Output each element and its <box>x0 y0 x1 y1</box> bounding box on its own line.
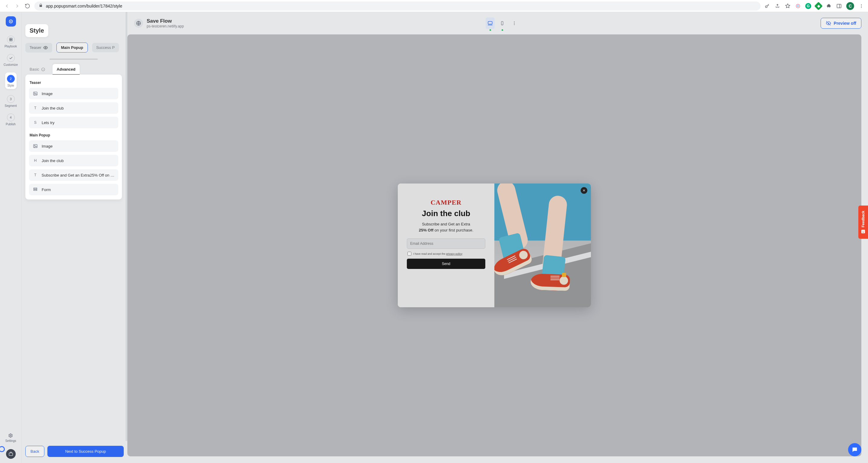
text-icon: T <box>33 105 38 111</box>
svg-rect-25 <box>501 22 503 25</box>
page-title: Save Flow <box>147 18 184 24</box>
consent-checkbox[interactable] <box>407 252 411 256</box>
ext-grammarly-icon[interactable]: G <box>805 3 811 9</box>
status-dot <box>490 29 491 31</box>
nav-rail: Playbook Customize 2 Style 3 Segment 4 P… <box>0 12 22 463</box>
intercom-button[interactable] <box>848 443 861 456</box>
consent-row[interactable]: I have read and accept the privacy polic… <box>407 252 462 256</box>
eye-icon <box>43 45 48 50</box>
feedback-tab[interactable]: Feedback <box>858 206 868 239</box>
main-area: Save Flow ps-testceren.netlify.app <box>127 12 868 463</box>
email-input[interactable] <box>407 239 485 249</box>
element-row[interactable]: T Join the club <box>29 102 118 114</box>
style-panel: Style Teaser Main Popup Success P Basic … <box>22 12 127 463</box>
browser-chrome: app.popupsmart.com/builder/17842/style G… <box>0 0 868 12</box>
svg-rect-29 <box>861 230 865 233</box>
tab-scroll-indicator <box>50 59 98 60</box>
rail-step-customize[interactable]: Customize <box>2 52 20 69</box>
key-icon[interactable] <box>764 3 770 9</box>
preview-toggle-button[interactable]: Preview off <box>820 18 861 29</box>
close-button[interactable] <box>581 187 587 194</box>
profile-avatar[interactable]: C <box>846 2 854 10</box>
rail-step-style[interactable]: 2 Style <box>2 70 20 91</box>
share-icon[interactable] <box>774 3 780 9</box>
chrome-actions: G ◆ C <box>764 2 864 10</box>
url-text: app.popupsmart.com/builder/17842/style <box>46 4 122 8</box>
star-icon[interactable] <box>785 3 791 9</box>
element-row[interactable]: Image <box>29 88 118 99</box>
svg-point-2 <box>797 5 799 7</box>
svg-rect-11 <box>9 40 10 41</box>
subtab-advanced[interactable]: Advanced <box>53 64 80 74</box>
eye-off-icon <box>826 21 831 26</box>
svg-rect-21 <box>34 188 37 189</box>
svg-point-20 <box>34 145 35 146</box>
heading-icon: H <box>33 158 38 163</box>
device-desktop-button[interactable] <box>486 18 495 29</box>
kebab-icon[interactable] <box>858 3 864 9</box>
svg-point-27 <box>514 23 515 24</box>
element-row[interactable]: H Join the club <box>29 155 118 166</box>
group-title: Main Popup <box>30 133 118 137</box>
ext-diamond-icon[interactable]: ◆ <box>814 1 823 10</box>
sub-tabs: Basic Advanced <box>25 64 122 74</box>
elements-card: Teaser Image T Join the club S Lets try … <box>25 74 122 199</box>
rail-label: Playbook <box>4 45 17 48</box>
svg-point-30 <box>862 231 863 232</box>
sidepanel-icon[interactable] <box>836 3 842 9</box>
svg-point-13 <box>10 435 11 436</box>
popup-subtext: Subscribe and Get an Extra 25% Off on yo… <box>419 221 473 233</box>
svg-rect-9 <box>9 38 10 39</box>
text-icon: S <box>33 120 38 125</box>
tab-teaser[interactable]: Teaser <box>25 43 52 53</box>
ext-circle-icon[interactable] <box>795 3 801 9</box>
rail-label: Publish <box>6 123 16 126</box>
rail-label: Segment <box>4 104 17 107</box>
page-domain: ps-testceren.netlify.app <box>147 24 184 28</box>
back-nav-icon[interactable] <box>4 3 10 9</box>
image-icon <box>33 143 38 149</box>
rail-settings[interactable]: Settings <box>5 430 16 448</box>
svg-point-15 <box>45 47 46 48</box>
text-icon: T <box>33 172 38 178</box>
gear-icon <box>8 433 13 438</box>
svg-point-6 <box>861 7 862 7</box>
reload-icon[interactable] <box>24 3 31 9</box>
rail-step-publish[interactable]: 4 Publish <box>2 111 20 128</box>
briefcase-button[interactable] <box>6 449 16 459</box>
element-row[interactable]: T Subscribe and Get an Extra25% Off on y… <box>29 169 118 181</box>
svg-point-26 <box>514 22 515 22</box>
image-icon <box>33 91 38 96</box>
next-button[interactable]: Next to Success Popup <box>48 446 124 457</box>
rail-step-segment[interactable]: 3 Segment <box>2 93 20 110</box>
svg-rect-12 <box>11 40 12 41</box>
smiley-icon <box>861 229 866 234</box>
send-button[interactable]: Send <box>407 259 485 269</box>
svg-rect-10 <box>11 38 12 39</box>
svg-rect-22 <box>34 189 37 190</box>
address-bar[interactable]: app.popupsmart.com/builder/17842/style <box>34 1 761 10</box>
privacy-link[interactable]: privacy policy <box>446 252 462 255</box>
more-devices-button[interactable] <box>510 18 519 29</box>
svg-point-18 <box>34 93 35 94</box>
element-row[interactable]: Image <box>29 140 118 152</box>
rail-step-playbook[interactable]: Playbook <box>2 33 20 51</box>
lock-icon <box>39 3 43 8</box>
svg-rect-14 <box>9 453 13 456</box>
svg-point-31 <box>864 231 864 232</box>
tab-main-popup[interactable]: Main Popup <box>56 42 88 53</box>
element-row[interactable]: S Lets try <box>29 117 118 128</box>
tab-success[interactable]: Success P <box>92 43 119 52</box>
element-row[interactable]: Form <box>29 184 118 195</box>
svg-rect-3 <box>837 4 841 8</box>
device-mobile-button[interactable] <box>498 18 507 29</box>
puzzle-icon[interactable] <box>826 3 832 9</box>
app-logo[interactable] <box>6 16 16 27</box>
globe-icon[interactable] <box>134 19 143 28</box>
form-icon <box>33 187 38 192</box>
back-button[interactable]: Back <box>25 446 44 457</box>
svg-point-8 <box>10 21 11 22</box>
forward-nav-icon[interactable] <box>14 3 21 9</box>
status-dot <box>502 29 503 31</box>
subtab-basic[interactable]: Basic <box>25 64 50 74</box>
